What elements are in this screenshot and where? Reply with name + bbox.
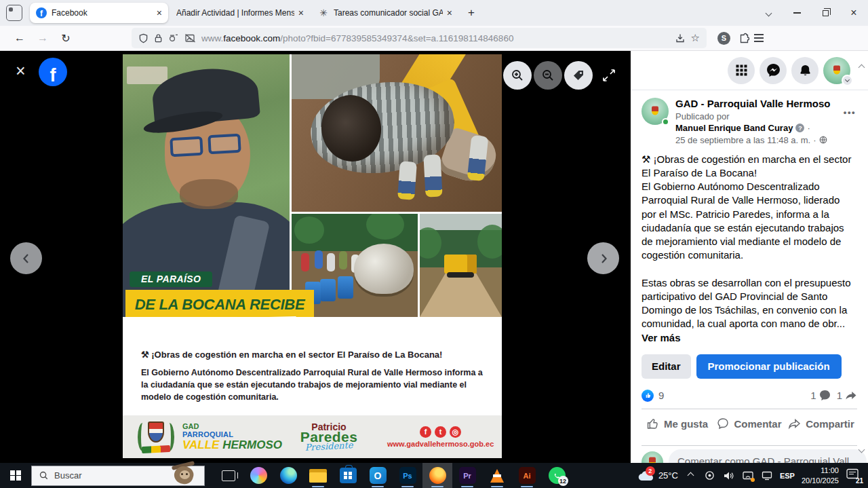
firefox-view-icon[interactable] — [6, 5, 22, 21]
close-window-button[interactable]: × — [840, 0, 868, 26]
tab-facebook[interactable]: f Facebook × — [30, 3, 168, 23]
network-display-icon[interactable] — [761, 470, 773, 482]
profile-avatar[interactable] — [823, 57, 850, 84]
cast-active-dot — [751, 478, 755, 482]
extension-s-icon[interactable]: S — [717, 32, 730, 45]
new-tab-button[interactable]: + — [461, 3, 481, 23]
website-url: www.gadvallehermoso.gob.ec — [387, 440, 494, 448]
photo-viewer: × f — [0, 51, 631, 463]
next-photo-button[interactable] — [587, 242, 619, 274]
minimize-button[interactable] — [783, 0, 811, 26]
menu-hamburger-icon[interactable] — [754, 34, 764, 41]
bookmark-star-icon[interactable]: ☆ — [691, 32, 700, 44]
permissions-icon[interactable] — [168, 33, 179, 43]
fullscreen-button[interactable] — [595, 61, 623, 90]
weather-widget[interactable]: 2 25°C — [637, 470, 678, 481]
weather-alert-badge: 2 — [646, 466, 655, 476]
post-text: ⚒ ¡Obras de cogestión en marcha en el se… — [642, 153, 857, 345]
facebook-toolbar — [631, 51, 868, 90]
gad-org-name: GAD PARROQUIAL VALLE HERMOSO — [182, 422, 262, 452]
share-count-icon — [845, 390, 857, 401]
post-menu-icon[interactable]: ••• — [844, 107, 856, 117]
zoom-in-button[interactable] — [503, 61, 532, 90]
share-count[interactable]: 1 — [837, 390, 842, 401]
tag-photo-button[interactable] — [564, 61, 593, 90]
comment-button[interactable]: Comentar — [713, 417, 785, 430]
restore-button[interactable] — [811, 0, 840, 26]
start-button[interactable] — [0, 463, 31, 488]
tab-title: Facebook — [52, 8, 153, 18]
previous-photo-button[interactable] — [10, 242, 42, 274]
back-icon[interactable]: ← — [8, 28, 31, 48]
file-explorer-button[interactable] — [303, 463, 333, 488]
photo-caption-panel: ⚒ ¡Obras de cogestión en marcha en el se… — [123, 317, 502, 415]
edge-button[interactable] — [273, 463, 303, 488]
close-viewer-icon[interactable]: × — [16, 62, 26, 79]
tab-close-icon[interactable]: × — [157, 8, 162, 18]
microsoft-store-button[interactable] — [333, 463, 363, 488]
facebook-logo[interactable]: f — [39, 58, 67, 86]
messenger-icon[interactable] — [760, 57, 787, 84]
shield-icon[interactable] — [138, 33, 149, 43]
promote-button[interactable]: Promocionar publicación — [696, 354, 842, 379]
notification-count: 21 — [856, 477, 863, 485]
scroll-down-icon[interactable] — [859, 443, 864, 455]
tab-close-icon[interactable]: × — [447, 8, 452, 18]
notification-center-button[interactable]: 21 — [846, 468, 862, 483]
url-field[interactable]: www.facebook.com/photo?fbid=677839585349… — [132, 28, 707, 48]
cast-icon[interactable] — [742, 470, 754, 482]
extensions-puzzle-icon[interactable] — [738, 33, 750, 44]
post-photo[interactable]: EL PARAÍSO DE LA BOCANA RECIBE DOS ALCAN… — [123, 54, 502, 458]
tab-tareas[interactable]: ✳ Tareas comunicador social GAD × — [312, 3, 458, 23]
comment-count[interactable]: 1 — [810, 390, 816, 401]
post-panel: GAD - Parroquial Valle Hermoso Publicado… — [631, 90, 868, 487]
post-header: GAD - Parroquial Valle Hermoso Publicado… — [642, 98, 857, 145]
online-dot — [662, 118, 669, 126]
notifications-bell-icon[interactable] — [791, 57, 818, 84]
language-indicator[interactable]: ESP — [780, 472, 795, 480]
outlook-button[interactable]: O — [363, 463, 393, 488]
like-count[interactable]: 9 — [658, 390, 664, 401]
browser-tab-strip: f Facebook × Añadir Actividad | Informes… — [0, 0, 868, 26]
firefox-button[interactable] — [422, 463, 452, 488]
save-page-icon[interactable] — [675, 33, 686, 43]
task-view-button[interactable] — [214, 463, 243, 488]
premiere-button[interactable]: Pr — [452, 463, 482, 488]
tab-list-chevron[interactable] — [754, 0, 783, 26]
share-button[interactable]: Compartir — [785, 418, 857, 430]
url-text: www.facebook.com/photo?fbid=677839585349… — [201, 33, 669, 43]
taskbar-search-box[interactable]: Buscar — [31, 466, 205, 486]
reload-icon[interactable]: ↻ — [54, 28, 77, 48]
page-avatar[interactable] — [642, 98, 669, 125]
tab-close-icon[interactable]: × — [298, 8, 304, 18]
clock[interactable]: 11:00 20/10/2025 — [802, 466, 839, 486]
apps-grid-icon[interactable] — [728, 57, 755, 84]
time: 11:00 — [802, 466, 839, 476]
images-blocked-icon[interactable] — [184, 33, 196, 43]
tab-title: Tareas comunicador social GAD — [334, 8, 443, 18]
speaker-icon[interactable] — [723, 470, 735, 482]
globe-icon — [819, 136, 827, 144]
see-more-link[interactable]: Ver más — [642, 332, 681, 343]
photoshop-button[interactable]: Ps — [393, 463, 422, 488]
vlc-button[interactable] — [482, 463, 512, 488]
search-highlight-sloth-image[interactable] — [169, 462, 199, 487]
windows-taskbar: Buscar O Ps Pr Ai 12 2 — [0, 463, 868, 488]
instagram-icon: ◎ — [450, 426, 461, 438]
tray-chevron-up-icon[interactable] — [685, 470, 697, 482]
tray-app-icon[interactable] — [704, 470, 716, 482]
windows-logo-icon — [10, 470, 21, 481]
post-action-bar: Me gusta Comentar Compartir — [642, 409, 857, 438]
like-button[interactable]: Me gusta — [642, 417, 713, 430]
edit-button[interactable]: Editar — [642, 354, 691, 379]
post-timestamp[interactable]: 25 de septiembre a las 11:48 a. m. — [675, 135, 810, 145]
page-name[interactable]: GAD - Parroquial Valle Hermoso — [675, 98, 830, 109]
author-name[interactable]: Manuel Enrique Band Curay — [675, 123, 793, 133]
scroll-up-icon[interactable] — [859, 60, 864, 73]
lock-icon[interactable] — [154, 33, 163, 43]
like-reaction-icon[interactable] — [642, 390, 654, 402]
illustrator-button[interactable]: Ai — [512, 463, 542, 488]
whatsapp-button[interactable]: 12 — [542, 463, 572, 488]
tab-informes[interactable]: Añadir Actividad | Informes Mensua × — [170, 3, 310, 23]
copilot-button[interactable] — [243, 463, 273, 488]
